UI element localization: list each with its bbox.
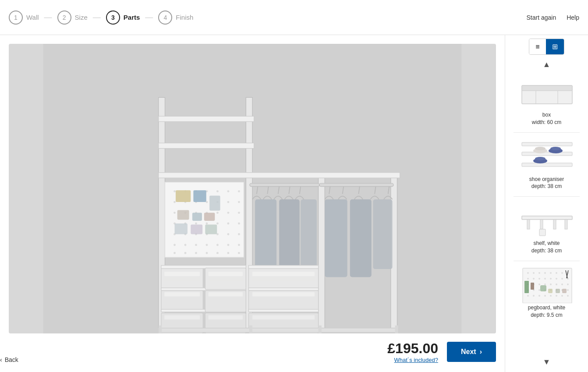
step-sep-2: —: [93, 13, 101, 22]
svg-point-52: [216, 223, 219, 225]
panel-item-shelf[interactable]: shelf, white depth: 38 cm: [513, 199, 581, 258]
panel-item-box[interactable]: box width: 60 cm: [513, 71, 581, 130]
svg-rect-136: [523, 268, 572, 303]
svg-rect-182: [562, 289, 567, 293]
svg-rect-83: [191, 225, 202, 234]
svg-point-41: [174, 212, 176, 214]
start-again-link[interactable]: Start again: [526, 14, 556, 21]
svg-rect-6: [159, 143, 254, 148]
svg-rect-113: [159, 326, 162, 333]
svg-rect-180: [548, 289, 553, 293]
svg-point-50: [195, 223, 197, 225]
shoe-organiser-image: [516, 139, 577, 174]
svg-point-139: [538, 272, 540, 274]
panel-scroll-down[interactable]: ▼: [505, 356, 588, 368]
list-view-button[interactable]: ≡: [529, 39, 545, 54]
svg-rect-134: [565, 220, 567, 229]
svg-point-160: [567, 283, 569, 285]
svg-rect-7: [159, 173, 400, 178]
step-3-circle: 3: [106, 11, 120, 25]
svg-rect-84: [205, 225, 217, 234]
svg-rect-130: [522, 216, 572, 220]
whats-included-link[interactable]: What´s included?: [394, 357, 438, 363]
back-button[interactable]: ‹ Back: [0, 356, 18, 363]
svg-rect-3: [319, 175, 325, 328]
panel-scroll-area: box width: 60 cm: [505, 71, 588, 356]
main-layout: ‹ Back £195.00 What´s included? Next › ≡…: [0, 35, 588, 372]
svg-rect-121: [522, 163, 572, 167]
pegboard-label: pegboard, white depth: 9.5 cm: [528, 304, 565, 319]
bottom-bar: ‹ Back £195.00 What´s included? Next ›: [9, 333, 496, 363]
panel-item-shoe-organiser[interactable]: shoe organiser depth: 38 cm: [513, 135, 581, 194]
step-list: 1 Wall — 2 Size — 3 Parts — 4 Finish: [9, 11, 526, 25]
step-3[interactable]: 3 Parts: [106, 11, 140, 25]
panel-scroll-up[interactable]: ▲: [505, 58, 588, 71]
svg-rect-109: [252, 277, 315, 281]
view-toggle: ≡ ⊞: [529, 39, 564, 55]
svg-point-174: [556, 295, 557, 297]
next-arrow-icon: ›: [480, 348, 482, 356]
svg-point-146: [533, 278, 535, 280]
step-1-label: Wall: [26, 14, 39, 21]
svg-rect-15: [255, 199, 276, 274]
svg-point-62: [174, 244, 176, 246]
svg-rect-78: [209, 195, 220, 210]
grid-view-button[interactable]: ⊞: [546, 39, 564, 54]
center-content: ‹ Back £195.00 What´s included? Next ›: [0, 35, 505, 372]
step-2[interactable]: 2 Size: [57, 11, 88, 25]
svg-rect-101: [209, 315, 243, 319]
svg-point-151: [561, 278, 563, 280]
right-panel: ≡ ⊞ ▲ box: [505, 35, 588, 372]
svg-rect-181: [556, 289, 560, 293]
nav-actions: Start again Help: [526, 14, 579, 21]
step-1-circle: 1: [9, 11, 23, 25]
grid-icon: ⊞: [552, 43, 558, 50]
svg-point-51: [206, 223, 208, 225]
panel-item-pegboard[interactable]: pegboard, white depth: 9.5 cm: [513, 264, 581, 322]
svg-rect-100: [164, 315, 200, 319]
svg-rect-95: [164, 277, 200, 281]
svg-point-142: [556, 272, 557, 274]
svg-point-138: [533, 272, 535, 274]
svg-point-127: [550, 147, 561, 150]
svg-point-150: [556, 278, 557, 280]
box-image: [516, 74, 577, 110]
svg-rect-97: [209, 277, 243, 281]
svg-rect-132: [540, 220, 543, 229]
svg-point-155: [538, 283, 540, 285]
svg-point-67: [227, 244, 229, 246]
step-1[interactable]: 1 Wall: [9, 11, 39, 25]
svg-point-143: [561, 272, 563, 274]
svg-rect-5: [159, 116, 254, 121]
next-button[interactable]: Next ›: [447, 342, 496, 362]
svg-point-156: [544, 283, 546, 285]
svg-point-53: [227, 223, 229, 225]
back-label: Back: [5, 356, 18, 363]
svg-point-163: [538, 289, 540, 291]
step-4-label: Finish: [176, 14, 193, 21]
shelf-label: shelf, white depth: 38 cm: [531, 240, 562, 255]
svg-rect-99: [209, 292, 243, 297]
top-nav: 1 Wall — 2 Size — 3 Parts — 4 Finish Sta…: [0, 0, 588, 35]
panel-divider-1: [514, 132, 580, 133]
svg-point-33: [238, 190, 240, 192]
svg-point-73: [216, 252, 219, 254]
svg-rect-24: [350, 199, 372, 277]
price-section: £195.00 What´s included?: [387, 340, 438, 363]
step-3-label: Parts: [124, 14, 140, 21]
svg-point-45: [216, 212, 219, 214]
list-icon: ≡: [535, 43, 539, 50]
back-arrow-icon: ‹: [0, 356, 2, 363]
svg-point-140: [544, 272, 546, 274]
panel-divider-2: [514, 196, 580, 197]
step-4[interactable]: 4 Finish: [158, 11, 193, 25]
wardrobe-svg: [9, 44, 496, 333]
svg-rect-107: [248, 309, 318, 312]
svg-rect-9: [319, 183, 393, 186]
svg-rect-16: [279, 199, 300, 274]
svg-point-147: [538, 278, 540, 280]
help-link[interactable]: Help: [567, 14, 579, 21]
svg-point-137: [527, 272, 529, 274]
step-sep-1: —: [44, 13, 52, 22]
svg-point-70: [184, 252, 187, 254]
